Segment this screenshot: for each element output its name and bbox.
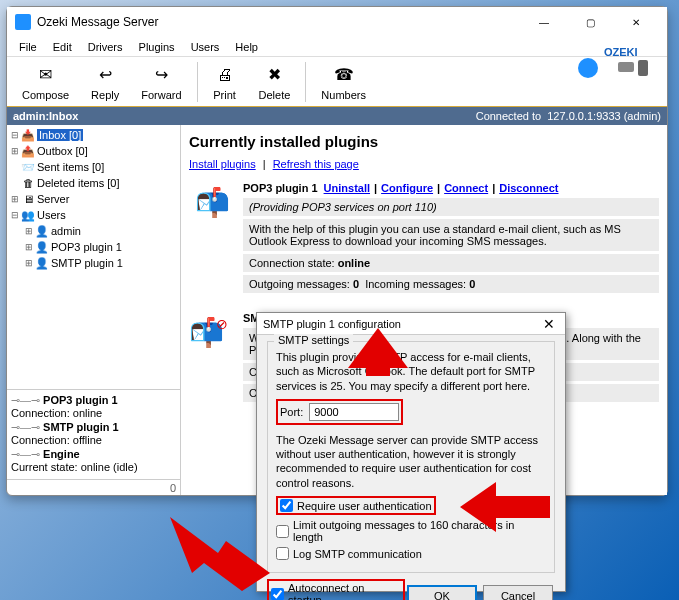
arrow-annotation-port [348,328,408,418]
tree-item[interactable]: ⊞👤SMTP plugin 1 [9,255,178,271]
arrow-annotation-auth [460,482,550,532]
compose-icon: ✉ [34,63,58,87]
tool-numbers[interactable]: ☎Numbers [310,60,377,104]
folder-icon: 📨 [21,160,35,174]
tool-forward[interactable]: ↪Forward [130,60,192,104]
svg-marker-6 [170,517,270,591]
dialog-titlebar: SMTP plugin 1 configuration ✕ [257,313,565,335]
tree-item[interactable]: ⊞🖥Server [9,191,178,207]
minimize-button[interactable]: — [521,7,567,37]
tree-item[interactable]: ⊟👥Users [9,207,178,223]
print-icon: 🖨 [213,63,237,87]
tree-toggle-icon[interactable]: ⊞ [23,226,35,236]
menu-help[interactable]: Help [227,39,266,55]
tree-item[interactable]: ⊞📤Outbox [0] [9,143,178,159]
plugin-icon: 📬⊘ [189,312,235,352]
page-title: Currently installed plugins [189,133,659,150]
menu-plugins[interactable]: Plugins [131,39,183,55]
svg-rect-3 [638,60,648,76]
port-label: Port: [280,406,303,418]
app-icon [15,14,31,30]
folder-icon: 👤 [35,240,49,254]
plugin-disconnect-link[interactable]: Disconnect [499,182,558,194]
svg-rect-2 [618,62,634,72]
group-title: SMTP settings [274,334,353,346]
status-plugin-name: Engine [43,448,80,460]
status-plugin-line: Connection: online [11,407,102,419]
plugin-configure-link[interactable]: Configure [381,182,433,194]
folder-icon: 📤 [21,144,35,158]
tool-compose[interactable]: ✉Compose [11,60,80,104]
tree-item[interactable]: 📨Sent items [0] [9,159,178,175]
plugin-block: 📬POP3 plugin 1Uninstall|Configure|Connec… [189,182,659,296]
logo: OZEKI [563,37,663,87]
group-desc1: This plugin provides SMTP access for e-m… [276,350,546,393]
folder-icon: 👤 [35,256,49,270]
log-smtp-checkbox[interactable] [276,547,289,560]
statusbar: admin:Inbox Connected to 127.0.0.1:9333 … [7,107,667,125]
tree-toggle-icon[interactable]: ⊟ [9,210,21,220]
autoconnect-checkbox[interactable] [271,588,284,600]
ok-button[interactable]: OK [407,585,477,600]
menu-drivers[interactable]: Drivers [80,39,131,55]
status-plugin-name: POP3 plugin 1 [43,394,118,406]
dialog-close-button[interactable]: ✕ [539,316,559,332]
plugin-desc: With the help of this plugin you can use… [243,219,659,251]
tree: ⊟📥Inbox [0]⊞📤Outbox [0]📨Sent items [0]🗑D… [7,125,180,389]
maximize-button[interactable]: ▢ [567,7,613,37]
menu-file[interactable]: File [11,39,45,55]
plugin-icon: 📬 [189,182,235,222]
forward-icon: ↪ [149,63,173,87]
require-auth-label: Require user authentication [297,500,432,512]
limit-msg-checkbox[interactable] [276,525,289,538]
svg-point-1 [578,58,598,78]
svg-marker-5 [460,482,550,532]
require-auth-checkbox[interactable] [280,499,293,512]
tool-reply[interactable]: ↩Reply [80,60,130,104]
content-links: Install plugins | Refresh this page [189,158,659,170]
status-plugin-line: Current state: online (idle) [11,461,138,473]
window-title: Ozeki Message Server [37,15,521,29]
reply-icon: ↩ [93,63,117,87]
status-plugin-line: Connection: offline [11,434,102,446]
svg-text:OZEKI: OZEKI [604,46,638,58]
sidebar: ⊟📥Inbox [0]⊞📤Outbox [0]📨Sent items [0]🗑D… [7,125,181,495]
svg-marker-4 [348,328,408,376]
plugin-connect-link[interactable]: Connect [444,182,488,194]
numbers-icon: ☎ [332,63,356,87]
folder-icon: 👤 [35,224,49,238]
tool-delete[interactable]: ✖Delete [248,60,302,104]
smtp-settings-group: SMTP settings This plugin provides SMTP … [267,341,555,573]
plugin-info: (Providing POP3 services on port 110) [243,198,659,216]
tree-toggle-icon[interactable]: ⊞ [9,194,21,204]
menu-users[interactable]: Users [183,39,228,55]
folder-icon: 👥 [21,208,35,222]
plugin-name: POP3 plugin 1 [243,182,318,194]
tree-toggle-icon[interactable]: ⊞ [23,258,35,268]
tree-item[interactable]: ⊞👤POP3 plugin 1 [9,239,178,255]
status-left: admin:Inbox [13,110,476,122]
tree-item[interactable]: 🗑Deleted items [0] [9,175,178,191]
plugin-uninstall-link[interactable]: Uninstall [324,182,370,194]
status-connected: Connected to [476,110,541,122]
close-button[interactable]: ✕ [613,7,659,37]
tool-print[interactable]: 🖨Print [202,60,248,104]
status-panel: ⊸—⊸ POP3 plugin 1Connection: online⊸—⊸ S… [7,389,180,479]
cancel-button[interactable]: Cancel [483,585,553,600]
plugin-stats: Outgoing messages: 0 Incoming messages: … [243,275,659,293]
refresh-page-link[interactable]: Refresh this page [273,158,359,170]
status-addr: 127.0.0.1:9333 (admin) [547,110,661,122]
status-plugin-name: SMTP plugin 1 [43,421,119,433]
tree-toggle-icon[interactable]: ⊞ [23,242,35,252]
plugin-state: Connection state: online [243,254,659,272]
sidebar-counter: 0 [7,479,180,495]
tree-toggle-icon[interactable]: ⊟ [9,130,21,140]
menu-edit[interactable]: Edit [45,39,80,55]
tree-item[interactable]: ⊞👤admin [9,223,178,239]
tree-toggle-icon[interactable]: ⊞ [9,146,21,156]
tree-item[interactable]: ⊟📥Inbox [0] [9,127,178,143]
arrow-annotation-auto [170,513,270,593]
folder-icon: 🗑 [21,176,35,190]
install-plugins-link[interactable]: Install plugins [189,158,256,170]
titlebar: Ozeki Message Server — ▢ ✕ [7,7,667,37]
